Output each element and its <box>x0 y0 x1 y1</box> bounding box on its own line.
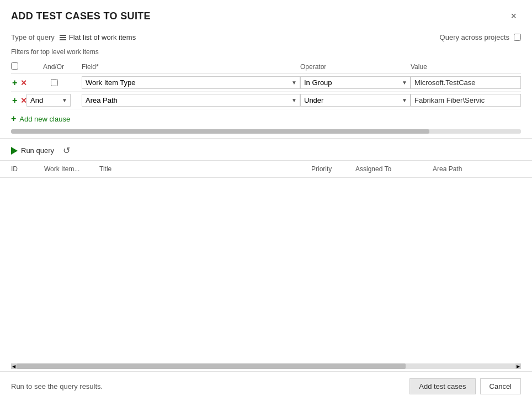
svg-rect-2 <box>60 39 66 40</box>
query-type-left: Type of query Flat list of work items <box>11 33 136 41</box>
add-clause-plus: + <box>11 114 16 124</box>
dialog-footer: Run to see the query results. Add test c… <box>0 371 532 401</box>
row2-andor-select[interactable]: And Or <box>26 94 71 107</box>
query-across-checkbox[interactable] <box>514 34 521 41</box>
filter-scrollbar-thumb <box>11 129 429 134</box>
bottom-scrollbar[interactable]: ◀ ▶ <box>11 363 521 369</box>
add-clause-button[interactable]: + Add new clause <box>11 109 70 124</box>
filters-table: And/Or Field* Operator Value + ✕ Work It… <box>0 60 532 124</box>
header-checkbox-col <box>11 62 26 71</box>
col-assigned: Assigned To <box>355 165 433 173</box>
scroll-right-button[interactable]: ▶ <box>515 363 521 369</box>
row2-andor-wrapper: And Or ▼ <box>26 94 71 107</box>
select-all-checkbox[interactable] <box>11 62 18 70</box>
row1-checkbox[interactable] <box>51 79 58 86</box>
scroll-thumb <box>17 363 406 369</box>
refresh-button[interactable]: ↺ <box>63 145 70 156</box>
svg-rect-1 <box>60 37 66 38</box>
flat-list-icon: Flat list of work items <box>59 33 136 41</box>
svg-rect-0 <box>60 35 66 36</box>
col-title: Title <box>99 165 311 173</box>
flat-list-label: Flat list of work items <box>69 33 136 41</box>
query-type-label: Type of query <box>11 33 55 41</box>
header-value: Value <box>411 63 521 71</box>
header-andor: And/Or <box>26 63 82 71</box>
col-areapath: Area Path <box>433 165 521 173</box>
add-test-cases-button[interactable]: Add test cases <box>409 378 475 394</box>
filter-row: + ✕ And Or ▼ Area Path <box>11 92 521 109</box>
query-type-row: Type of query Flat list of work items Qu… <box>0 29 532 46</box>
row1-field-select[interactable]: Work Item Type <box>82 76 300 89</box>
row1-field-wrapper: Work Item Type ▼ <box>82 76 300 89</box>
close-button[interactable]: × <box>506 9 521 23</box>
row2-add-button[interactable]: + <box>11 96 18 105</box>
filters-label: Filters for top level work items <box>0 46 532 60</box>
scroll-track <box>17 363 515 369</box>
filters-header: And/Or Field* Operator Value <box>11 60 521 74</box>
run-triangle-icon <box>11 147 18 155</box>
results-header: ID Work Item... Title Priority Assigned … <box>0 161 532 178</box>
results-body <box>0 178 532 361</box>
row1-operator-wrapper: In Group ▼ <box>300 76 411 89</box>
dialog-body: Type of query Flat list of work items Qu… <box>0 29 532 371</box>
col-workitem: Work Item... <box>44 165 99 173</box>
run-query-button[interactable]: Run query <box>11 146 54 155</box>
filter-scrollbar[interactable] <box>11 129 521 134</box>
row2-operator-wrapper: Under ▼ <box>300 94 411 107</box>
row1-controls: + ✕ <box>11 78 26 87</box>
footer-status: Run to see the query results. <box>11 382 103 391</box>
list-icon <box>59 34 67 41</box>
row1-value: Microsoft.TestCase <box>411 76 521 89</box>
row2-value: Fabrikam Fiber\Servic <box>411 94 521 107</box>
filter-row: + ✕ Work Item Type ▼ In Group ▼ <box>11 74 521 92</box>
row2-andor-cell: And Or ▼ <box>26 94 82 107</box>
row1-operator-select[interactable]: In Group <box>300 76 411 89</box>
cancel-button[interactable]: Cancel <box>480 378 521 394</box>
dialog-header: ADD TEST CASES TO SUITE × <box>0 0 532 29</box>
divider-1 <box>0 138 532 139</box>
add-clause-label: Add new clause <box>19 115 70 123</box>
row2-field-wrapper: Area Path ▼ <box>82 94 300 107</box>
run-query-row: Run query ↺ <box>0 141 532 160</box>
scroll-left-button[interactable]: ◀ <box>11 363 17 369</box>
query-across-right: Query across projects <box>440 33 521 41</box>
dialog-title: ADD TEST CASES TO SUITE <box>11 10 151 22</box>
row1-add-button[interactable]: + <box>11 78 18 87</box>
col-priority: Priority <box>311 165 355 173</box>
row1-checkbox-cell <box>26 79 82 86</box>
row2-field-select[interactable]: Area Path <box>82 94 300 107</box>
header-field: Field* <box>82 63 300 71</box>
row2-controls: + ✕ <box>11 96 26 105</box>
footer-buttons: Add test cases Cancel <box>409 378 521 394</box>
dialog: ADD TEST CASES TO SUITE × Type of query … <box>0 0 532 401</box>
col-id: ID <box>11 165 44 173</box>
header-operator: Operator <box>300 63 411 71</box>
query-across-label: Query across projects <box>440 33 509 41</box>
row2-operator-select[interactable]: Under <box>300 94 411 107</box>
run-query-label: Run query <box>21 146 54 155</box>
